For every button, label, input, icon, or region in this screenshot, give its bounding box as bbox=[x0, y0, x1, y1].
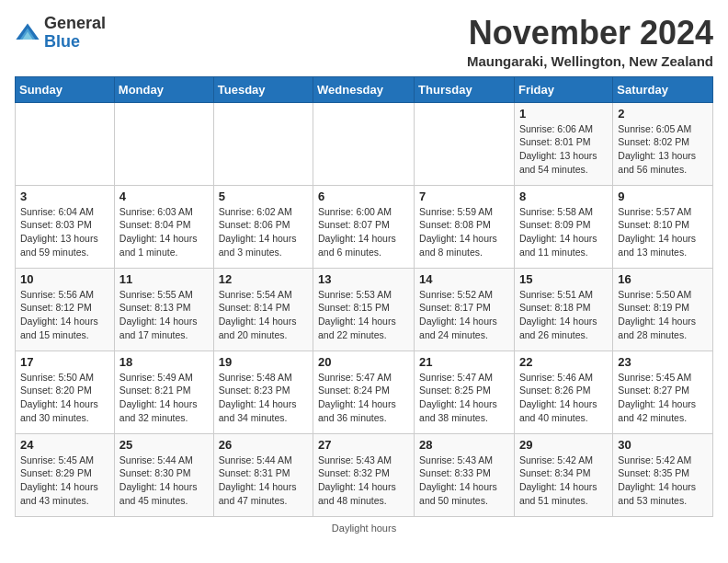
day-number: 27 bbox=[318, 438, 409, 452]
footer-note: Daylight hours bbox=[15, 523, 713, 534]
calendar-cell bbox=[213, 102, 313, 185]
day-info: Sunrise: 5:51 AMSunset: 8:18 PMDaylight:… bbox=[519, 288, 608, 342]
calendar-table: SundayMondayTuesdayWednesdayThursdayFrid… bbox=[15, 76, 713, 517]
month-title: November 2024 bbox=[467, 15, 713, 52]
calendar-cell: 18Sunrise: 5:49 AMSunset: 8:21 PMDayligh… bbox=[114, 350, 213, 433]
calendar-week-row: 10Sunrise: 5:56 AMSunset: 8:12 PMDayligh… bbox=[16, 268, 713, 350]
day-info: Sunrise: 5:45 AMSunset: 8:29 PMDaylight:… bbox=[20, 454, 109, 508]
day-info: Sunrise: 5:42 AMSunset: 8:34 PMDaylight:… bbox=[519, 454, 608, 508]
day-info: Sunrise: 5:44 AMSunset: 8:30 PMDaylight:… bbox=[119, 454, 209, 508]
calendar-cell: 24Sunrise: 5:45 AMSunset: 8:29 PMDayligh… bbox=[16, 433, 115, 516]
day-info: Sunrise: 5:43 AMSunset: 8:33 PMDaylight:… bbox=[419, 454, 509, 508]
calendar-week-row: 3Sunrise: 6:04 AMSunset: 8:03 PMDaylight… bbox=[16, 185, 713, 268]
logo-blue-text: Blue bbox=[44, 32, 80, 51]
day-number: 19 bbox=[219, 355, 308, 369]
calendar-cell: 2Sunrise: 6:05 AMSunset: 8:02 PMDaylight… bbox=[613, 102, 713, 185]
day-number: 23 bbox=[618, 355, 708, 369]
day-number: 6 bbox=[318, 190, 409, 203]
calendar-week-row: 1Sunrise: 6:06 AMSunset: 8:01 PMDaylight… bbox=[16, 102, 713, 185]
day-number: 29 bbox=[519, 438, 608, 452]
calendar-cell: 13Sunrise: 5:53 AMSunset: 8:15 PMDayligh… bbox=[313, 268, 415, 350]
day-number: 20 bbox=[318, 355, 409, 369]
calendar-cell bbox=[114, 102, 213, 185]
day-info: Sunrise: 5:50 AMSunset: 8:20 PMDaylight:… bbox=[20, 371, 109, 425]
day-number: 11 bbox=[119, 272, 209, 286]
day-number: 25 bbox=[119, 438, 209, 452]
day-number: 5 bbox=[219, 190, 308, 203]
day-info: Sunrise: 5:54 AMSunset: 8:14 PMDaylight:… bbox=[219, 288, 308, 342]
day-number: 21 bbox=[419, 355, 509, 369]
day-info: Sunrise: 6:02 AMSunset: 8:06 PMDaylight:… bbox=[219, 205, 308, 259]
day-info: Sunrise: 5:49 AMSunset: 8:21 PMDaylight:… bbox=[119, 371, 209, 425]
calendar-cell: 3Sunrise: 6:04 AMSunset: 8:03 PMDaylight… bbox=[16, 185, 115, 268]
day-number: 16 bbox=[618, 272, 708, 286]
calendar-cell: 10Sunrise: 5:56 AMSunset: 8:12 PMDayligh… bbox=[16, 268, 115, 350]
calendar-cell: 23Sunrise: 5:45 AMSunset: 8:27 PMDayligh… bbox=[613, 350, 713, 433]
calendar-cell: 16Sunrise: 5:50 AMSunset: 8:19 PMDayligh… bbox=[613, 268, 713, 350]
day-info: Sunrise: 6:03 AMSunset: 8:04 PMDaylight:… bbox=[119, 205, 209, 259]
calendar-cell: 15Sunrise: 5:51 AMSunset: 8:18 PMDayligh… bbox=[514, 268, 612, 350]
calendar-cell: 30Sunrise: 5:42 AMSunset: 8:35 PMDayligh… bbox=[613, 433, 713, 516]
day-number: 2 bbox=[618, 107, 708, 121]
calendar-cell: 17Sunrise: 5:50 AMSunset: 8:20 PMDayligh… bbox=[16, 350, 115, 433]
day-info: Sunrise: 5:45 AMSunset: 8:27 PMDaylight:… bbox=[618, 371, 708, 425]
day-info: Sunrise: 5:58 AMSunset: 8:09 PMDaylight:… bbox=[519, 205, 608, 259]
day-info: Sunrise: 5:56 AMSunset: 8:12 PMDaylight:… bbox=[20, 288, 109, 342]
calendar-week-row: 17Sunrise: 5:50 AMSunset: 8:20 PMDayligh… bbox=[16, 350, 713, 433]
day-info: Sunrise: 5:59 AMSunset: 8:08 PMDaylight:… bbox=[419, 205, 509, 259]
day-number: 7 bbox=[419, 190, 509, 203]
header: General Blue November 2024 Maungaraki, W… bbox=[15, 15, 713, 69]
calendar-cell bbox=[16, 102, 115, 185]
calendar-cell: 26Sunrise: 5:44 AMSunset: 8:31 PMDayligh… bbox=[213, 433, 313, 516]
calendar-cell bbox=[313, 102, 415, 185]
calendar-cell bbox=[415, 102, 515, 185]
calendar-cell: 21Sunrise: 5:47 AMSunset: 8:25 PMDayligh… bbox=[415, 350, 515, 433]
calendar-cell: 28Sunrise: 5:43 AMSunset: 8:33 PMDayligh… bbox=[415, 433, 515, 516]
day-number: 14 bbox=[419, 272, 509, 286]
calendar-cell: 4Sunrise: 6:03 AMSunset: 8:04 PMDaylight… bbox=[114, 185, 213, 268]
day-info: Sunrise: 6:04 AMSunset: 8:03 PMDaylight:… bbox=[20, 205, 109, 259]
day-number: 28 bbox=[419, 438, 509, 452]
calendar-cell: 12Sunrise: 5:54 AMSunset: 8:14 PMDayligh… bbox=[213, 268, 313, 350]
day-number: 10 bbox=[20, 272, 109, 286]
day-info: Sunrise: 5:42 AMSunset: 8:35 PMDaylight:… bbox=[618, 454, 708, 508]
header-monday: Monday bbox=[114, 76, 213, 102]
daylight-label: Daylight hours bbox=[332, 523, 396, 534]
day-info: Sunrise: 5:48 AMSunset: 8:23 PMDaylight:… bbox=[219, 371, 308, 425]
calendar-cell: 14Sunrise: 5:52 AMSunset: 8:17 PMDayligh… bbox=[415, 268, 515, 350]
calendar-cell: 20Sunrise: 5:47 AMSunset: 8:24 PMDayligh… bbox=[313, 350, 415, 433]
header-tuesday: Tuesday bbox=[213, 76, 313, 102]
day-info: Sunrise: 5:53 AMSunset: 8:15 PMDaylight:… bbox=[318, 288, 409, 342]
day-info: Sunrise: 5:52 AMSunset: 8:17 PMDaylight:… bbox=[419, 288, 509, 342]
logo: General Blue bbox=[15, 15, 106, 52]
day-info: Sunrise: 5:44 AMSunset: 8:31 PMDaylight:… bbox=[219, 454, 308, 508]
calendar-header-row: SundayMondayTuesdayWednesdayThursdayFrid… bbox=[16, 76, 713, 102]
day-info: Sunrise: 5:46 AMSunset: 8:26 PMDaylight:… bbox=[519, 371, 608, 425]
day-number: 18 bbox=[119, 355, 209, 369]
location-text: Maungaraki, Wellington, New Zealand bbox=[467, 53, 713, 69]
day-info: Sunrise: 5:43 AMSunset: 8:32 PMDaylight:… bbox=[318, 454, 409, 508]
header-friday: Friday bbox=[514, 76, 612, 102]
day-info: Sunrise: 5:55 AMSunset: 8:13 PMDaylight:… bbox=[119, 288, 209, 342]
header-saturday: Saturday bbox=[613, 76, 713, 102]
day-info: Sunrise: 6:06 AMSunset: 8:01 PMDaylight:… bbox=[519, 122, 608, 177]
logo-icon bbox=[15, 20, 40, 46]
day-number: 24 bbox=[20, 438, 109, 452]
header-wednesday: Wednesday bbox=[313, 76, 415, 102]
day-info: Sunrise: 5:47 AMSunset: 8:25 PMDaylight:… bbox=[419, 371, 509, 425]
day-number: 3 bbox=[20, 190, 109, 203]
calendar-cell: 19Sunrise: 5:48 AMSunset: 8:23 PMDayligh… bbox=[213, 350, 313, 433]
day-number: 8 bbox=[519, 190, 608, 203]
logo-general-text: General bbox=[44, 14, 106, 32]
day-number: 17 bbox=[20, 355, 109, 369]
day-info: Sunrise: 5:50 AMSunset: 8:19 PMDaylight:… bbox=[618, 288, 708, 342]
calendar-cell: 29Sunrise: 5:42 AMSunset: 8:34 PMDayligh… bbox=[514, 433, 612, 516]
day-number: 15 bbox=[519, 272, 608, 286]
day-number: 1 bbox=[519, 107, 608, 121]
calendar-cell: 7Sunrise: 5:59 AMSunset: 8:08 PMDaylight… bbox=[415, 185, 515, 268]
calendar-cell: 9Sunrise: 5:57 AMSunset: 8:10 PMDaylight… bbox=[613, 185, 713, 268]
day-number: 26 bbox=[219, 438, 308, 452]
day-number: 30 bbox=[618, 438, 708, 452]
calendar-cell: 11Sunrise: 5:55 AMSunset: 8:13 PMDayligh… bbox=[114, 268, 213, 350]
header-sunday: Sunday bbox=[16, 76, 115, 102]
